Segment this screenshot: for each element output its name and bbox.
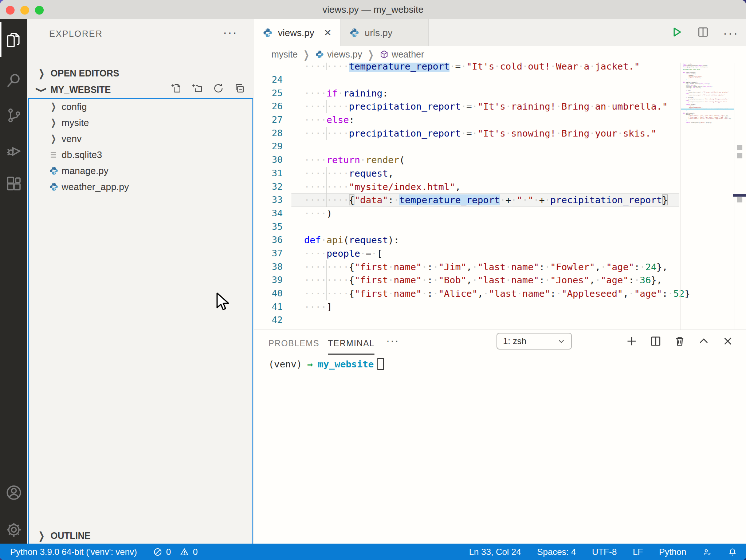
tree-item-label: weather_app.py: [62, 181, 129, 193]
split-terminal-icon[interactable]: [649, 335, 662, 349]
code-lines: ········temperature_report·=·"It's·cold·…: [254, 63, 679, 330]
code-line[interactable]: 31········request,: [254, 167, 679, 180]
source-control-icon[interactable]: [0, 97, 27, 134]
code-line[interactable]: 40········{"first·name"·:·"Alice",·"last…: [254, 287, 679, 300]
eol-status[interactable]: LF: [633, 547, 643, 557]
error-count: 0: [166, 547, 171, 557]
terminal-shell-select[interactable]: 1: zsh: [496, 333, 572, 350]
warning-icon: [180, 547, 189, 557]
kill-terminal-icon[interactable]: [674, 335, 686, 349]
new-file-icon[interactable]: [170, 83, 182, 95]
workspace-label: MY_WEBSITE: [51, 84, 111, 95]
breadcrumb-item-views-py[interactable]: views.py: [327, 49, 362, 60]
code-line[interactable]: 36def·api(request):: [254, 233, 679, 247]
prompt-arrow: →: [307, 359, 313, 370]
code-editor[interactable]: ········temperature_report·=·"It's·cold·…: [254, 63, 746, 330]
code-line[interactable]: 24: [254, 73, 679, 87]
python-interpreter-status[interactable]: Python 3.9.0 64-bit ('venv': venv): [10, 547, 137, 557]
tree-item-weather-app-py[interactable]: weather_app.py: [29, 179, 252, 195]
cursor-position-status[interactable]: Ln 33, Col 24: [469, 547, 521, 557]
tab-urls-py[interactable]: urls.py: [341, 19, 429, 46]
code-line[interactable]: 41····]: [254, 300, 679, 314]
account-icon[interactable]: [0, 474, 27, 511]
search-icon[interactable]: [0, 62, 27, 99]
tree-item-manage-py[interactable]: manage.py: [29, 163, 252, 179]
notifications-bell-icon[interactable]: [728, 547, 737, 557]
tree-item-mysite[interactable]: ❯ mysite: [29, 115, 252, 131]
run-debug-icon[interactable]: [0, 131, 27, 168]
editor-more-actions-icon[interactable]: ···: [723, 26, 739, 40]
line-number: 25: [254, 87, 291, 100]
explorer-icon[interactable]: [0, 22, 27, 58]
refresh-icon[interactable]: [213, 83, 224, 95]
code-line[interactable]: 25····if·raining:: [254, 87, 679, 100]
tree-item-label: venv: [62, 133, 82, 145]
extensions-icon[interactable]: [0, 166, 27, 202]
chevron-right-icon: ❯: [368, 48, 374, 61]
tree-item-label: db.sqlite3: [62, 149, 102, 161]
line-number: 38: [254, 260, 291, 274]
ruler-cursor-mark: [733, 194, 746, 197]
tab-terminal[interactable]: TERMINAL: [328, 339, 374, 355]
python-file-icon: [49, 166, 62, 176]
tab-strip: views.py ✕ urls.py ···: [254, 19, 746, 46]
tree-item-db-sqlite3[interactable]: db.sqlite3: [29, 147, 252, 163]
tab-views-py[interactable]: views.py ✕: [254, 19, 341, 46]
collapse-all-icon[interactable]: [234, 83, 245, 95]
new-terminal-icon[interactable]: [625, 335, 638, 349]
chevron-right-icon: ❯: [51, 133, 60, 144]
panel-more-actions-icon[interactable]: ···: [386, 334, 399, 347]
overview-ruler[interactable]: [734, 63, 746, 330]
window-title: views.py — my_website: [0, 0, 746, 19]
code-line[interactable]: 34····): [254, 207, 679, 220]
open-editors-section[interactable]: ❯ OPEN EDITORS: [27, 65, 254, 81]
python-file-icon: [263, 28, 273, 38]
tree-item-venv[interactable]: ❯ venv: [29, 131, 252, 147]
outline-section[interactable]: ❯ OUTLINE: [27, 528, 254, 544]
new-folder-icon[interactable]: [192, 83, 203, 95]
code-line[interactable]: 32········"mysite/index.html",: [254, 180, 679, 194]
problems-status[interactable]: 0 0: [153, 547, 198, 557]
indentation-status[interactable]: Spaces: 4: [537, 547, 576, 557]
breadcrumb-item-mysite[interactable]: mysite: [271, 49, 298, 60]
chevron-right-icon: ❯: [51, 117, 60, 128]
minimap[interactable]: import random from django.shortcuts impo…: [680, 63, 734, 330]
code-line[interactable]: 39········{"first·name"·:·"Bob",·"last·n…: [254, 273, 679, 287]
code-line[interactable]: 27····else:: [254, 113, 679, 127]
code-line[interactable]: 30····return·render(: [254, 153, 679, 167]
status-bar: Python 3.9.0 64-bit ('venv': venv) 0 0 L…: [0, 544, 746, 560]
feedback-icon[interactable]: [702, 547, 712, 557]
close-panel-icon[interactable]: [722, 335, 734, 349]
titlebar: views.py — my_website: [0, 0, 746, 20]
code-line[interactable]: 35: [254, 220, 679, 234]
code-line[interactable]: ········temperature_report·=·"It's·cold·…: [254, 63, 679, 73]
code-line[interactable]: 33········{"data":·temperature_report·+·…: [254, 193, 679, 207]
line-number: 30: [254, 153, 291, 167]
python-file-icon: [49, 182, 62, 192]
code-line[interactable]: 42: [254, 313, 679, 327]
settings-gear-icon[interactable]: [0, 512, 27, 548]
code-line[interactable]: 29: [254, 140, 679, 153]
breadcrumb-item-weather[interactable]: weather: [392, 49, 424, 60]
tab-label: urls.py: [365, 27, 393, 39]
terminal-prompt[interactable]: (venv) → my_website: [268, 358, 384, 370]
run-file-icon[interactable]: [671, 26, 683, 40]
maximize-panel-icon[interactable]: [698, 335, 710, 349]
code-line[interactable]: 37····people·=·[: [254, 247, 679, 260]
sidebar-more-actions-icon[interactable]: ···: [223, 25, 237, 39]
code-line[interactable]: 28········precipitation_report·=·"It's·s…: [254, 127, 679, 140]
close-tab-icon[interactable]: ✕: [324, 27, 332, 39]
file-tree: ❯ config ❯ mysite ❯ venv db.sqlite3 mana…: [28, 98, 253, 548]
line-number: 26: [254, 100, 291, 113]
split-editor-icon[interactable]: [697, 26, 709, 40]
code-line[interactable]: ····return·JsonResponse({"data":·people}…: [254, 327, 679, 330]
tree-item-config[interactable]: ❯ config: [29, 99, 252, 115]
language-mode-status[interactable]: Python: [659, 547, 686, 557]
warning-count: 0: [193, 547, 197, 557]
line-number: 28: [254, 127, 291, 140]
open-editors-label: OPEN EDITORS: [51, 68, 119, 79]
code-line[interactable]: 38········{"first·name"·:·"Jim",·"last·n…: [254, 260, 679, 274]
encoding-status[interactable]: UTF-8: [592, 547, 617, 557]
tab-problems[interactable]: PROBLEMS: [268, 339, 319, 348]
code-line[interactable]: 26········precipitation_report·=·"It's·r…: [254, 100, 679, 113]
